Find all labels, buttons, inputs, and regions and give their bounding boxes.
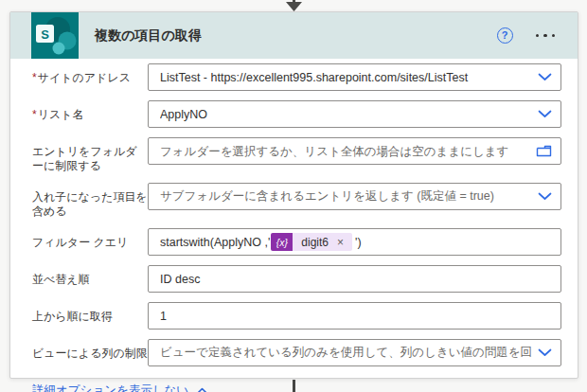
svg-text:S: S [41,27,49,42]
field-label: ビューによる列の制限 [32,339,148,366]
field-row-folder-limit: エントリをフォルダーに制限する [32,137,561,173]
help-icon[interactable]: ? [497,27,513,44]
chevron-up-icon [196,387,208,392]
expression-token[interactable]: {x} digit6 × [271,233,352,251]
field-label: エントリをフォルダーに制限する [32,137,148,173]
sharepoint-icon: S [31,12,79,59]
card-title: 複数の項目の取得 [95,27,497,45]
field-row-order-by: 並べ替え順 [32,265,561,293]
required-marker: * [32,108,37,121]
action-card-get-items: S 複数の項目の取得 ? *サイトのアドレス ListTest - https:… [9,11,578,379]
field-label: 入れ子になった項目を含める [32,183,148,219]
site-address-dropdown[interactable]: ListTest - https://excellent995.sharepoi… [148,63,561,91]
field-row-limit-columns: ビューによる列の制限 ビューで定義されている列のみを使用して、列のしきい値の問題… [32,339,561,366]
folder-picker-icon[interactable] [536,145,552,157]
field-row-filter-query: フィルター クエリ startswith(ApplyNO ,' {x} digi… [32,228,561,256]
limit-columns-dropdown[interactable]: ビューで定義されている列のみを使用して、列のしきい値の問題を回避 [148,339,561,366]
field-label: 上から順に取得 [32,302,148,330]
field-row-top-count: 上から順に取得 [32,302,561,330]
chevron-down-icon[interactable] [538,73,552,81]
folder-limit-input[interactable] [160,138,530,164]
field-row-site-address: *サイトのアドレス ListTest - https://excellent99… [32,63,561,91]
field-label: *リスト名 [32,100,148,128]
required-marker: * [32,71,37,84]
folder-limit-field[interactable] [148,137,561,165]
card-body: *サイトのアドレス ListTest - https://excellent99… [10,59,578,366]
chevron-down-icon[interactable] [538,110,552,118]
hide-advanced-options-link[interactable]: 詳細オプションを表示しない [32,383,208,392]
filter-query-field[interactable]: startswith(ApplyNO ,' {x} digit6 × ') [148,228,561,256]
field-row-list-name: *リスト名 ApplyNO [32,100,561,128]
token-pill[interactable]: digit6 × [293,233,352,251]
chevron-down-icon[interactable] [538,348,552,357]
field-row-include-nested: 入れ子になった項目を含める サブフォルダーに含まれるエントリを返します (既定値… [32,183,561,219]
field-label: 並べ替え順 [32,265,148,293]
connector-arrow-icon [284,0,304,11]
chevron-down-icon[interactable] [538,192,552,201]
field-label: *サイトのアドレス [32,63,148,91]
top-count-input[interactable] [148,302,561,330]
expression-icon: {x} [271,233,293,251]
card-header[interactable]: S 複数の項目の取得 ? [10,12,578,59]
order-by-input[interactable] [148,265,561,293]
token-name: digit6 [301,236,329,249]
list-name-dropdown[interactable]: ApplyNO [148,100,561,128]
include-nested-dropdown[interactable]: サブフォルダーに含まれるエントリを返します (既定値 = true) [148,183,561,210]
connector-line [293,380,295,392]
more-menu-icon[interactable] [536,27,556,44]
token-remove-icon[interactable]: × [337,236,344,249]
field-label: フィルター クエリ [32,228,148,256]
